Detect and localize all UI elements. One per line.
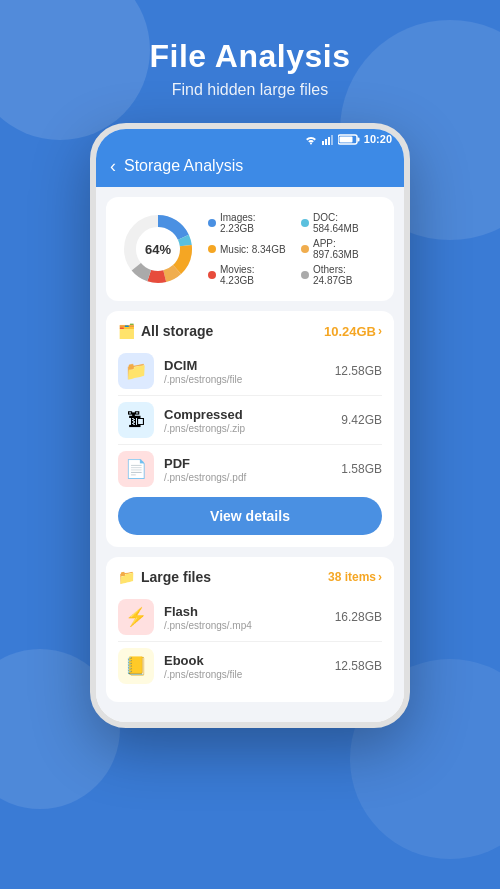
status-icons: 10:20	[304, 133, 392, 145]
file-size: 12.58GB	[335, 364, 382, 378]
large-files-count: 38 items	[328, 570, 376, 584]
all-storage-value[interactable]: 10.24GB ›	[324, 324, 382, 339]
file-info: DCIM /.pns/estrongs/file	[164, 358, 325, 385]
all-storage-size: 10.24GB	[324, 324, 376, 339]
svg-rect-3	[331, 135, 333, 145]
chart-card: 64% Images: 2.23GBDOC: 584.64MBMusic: 8.…	[106, 197, 394, 301]
file-size: 16.28GB	[335, 610, 382, 624]
file-info: Flash /.pns/estrongs/.mp4	[164, 604, 325, 631]
large-files-chevron: ›	[378, 570, 382, 584]
signal-icon	[322, 134, 334, 145]
all-storage-card: 🗂️ All storage 10.24GB › 📁 DCIM /.pns/es…	[106, 311, 394, 547]
main-content: 64% Images: 2.23GBDOC: 584.64MBMusic: 8.…	[96, 187, 404, 722]
file-size: 12.58GB	[335, 659, 382, 673]
file-row[interactable]: 📒 Ebook /.pns/estrongs/file 12.58GB	[118, 642, 382, 690]
all-storage-title: All storage	[141, 323, 213, 339]
file-icon: 📒	[118, 648, 154, 684]
top-bar-title: Storage Analysis	[124, 157, 243, 175]
file-icon: 📁	[118, 353, 154, 389]
file-path: /.pns/estrongs/file	[164, 669, 325, 680]
all-storage-files: 📁 DCIM /.pns/estrongs/file 12.58GB 🗜 Com…	[118, 347, 382, 493]
file-path: /.pns/estrongs/file	[164, 374, 325, 385]
donut-label: 64%	[145, 242, 171, 257]
page-title: File Analysis	[20, 38, 480, 75]
file-row[interactable]: 📄 PDF /.pns/estrongs/.pdf 1.58GB	[118, 445, 382, 493]
chart-legend: Images: 2.23GBDOC: 584.64MBMusic: 8.34GB…	[208, 212, 382, 286]
file-info: Compressed /.pns/estrongs/.zip	[164, 407, 331, 434]
large-files-title-row: 📁 Large files	[118, 569, 211, 585]
file-row[interactable]: 📁 DCIM /.pns/estrongs/file 12.58GB	[118, 347, 382, 396]
file-name: PDF	[164, 456, 331, 471]
svg-rect-0	[322, 141, 324, 145]
legend-item: Movies: 4.23GB	[208, 264, 289, 286]
file-icon: 🗜	[118, 402, 154, 438]
all-storage-header: 🗂️ All storage 10.24GB ›	[118, 323, 382, 339]
page-subtitle: Find hidden large files	[20, 81, 480, 99]
legend-item: Others: 24.87GB	[301, 264, 382, 286]
file-name: DCIM	[164, 358, 325, 373]
view-details-button[interactable]: View details	[118, 497, 382, 535]
svg-rect-1	[325, 139, 327, 145]
file-path: /.pns/estrongs/.pdf	[164, 472, 331, 483]
file-row[interactable]: ⚡ Flash /.pns/estrongs/.mp4 16.28GB	[118, 593, 382, 642]
file-path: /.pns/estrongs/.mp4	[164, 620, 325, 631]
legend-item: Music: 8.34GB	[208, 238, 289, 260]
wifi-icon	[304, 134, 318, 145]
back-button[interactable]: ‹	[110, 157, 116, 175]
large-files-value[interactable]: 38 items ›	[328, 570, 382, 584]
chart-section: 64% Images: 2.23GBDOC: 584.64MBMusic: 8.…	[118, 209, 382, 289]
file-row[interactable]: 🗜 Compressed /.pns/estrongs/.zip 9.42GB	[118, 396, 382, 445]
storage-folder-icon: 🗂️	[118, 323, 135, 339]
phone-frame: 10:20 ‹ Storage Analysis	[90, 123, 410, 728]
header-section: File Analysis Find hidden large files	[0, 0, 500, 123]
top-bar: ‹ Storage Analysis	[96, 149, 404, 187]
large-files-title: Large files	[141, 569, 211, 585]
svg-rect-5	[357, 137, 359, 141]
donut-chart: 64%	[118, 209, 198, 289]
legend-item: DOC: 584.64MB	[301, 212, 382, 234]
large-files-list: ⚡ Flash /.pns/estrongs/.mp4 16.28GB 📒 Eb…	[118, 593, 382, 690]
file-size: 1.58GB	[341, 462, 382, 476]
battery-icon	[338, 134, 360, 145]
large-files-folder-icon: 📁	[118, 569, 135, 585]
legend-item: Images: 2.23GB	[208, 212, 289, 234]
file-size: 9.42GB	[341, 413, 382, 427]
svg-rect-6	[339, 136, 352, 142]
svg-rect-2	[328, 137, 330, 145]
large-files-card: 📁 Large files 38 items › ⚡ Flash /.pns/e…	[106, 557, 394, 702]
file-icon: ⚡	[118, 599, 154, 635]
all-storage-title-row: 🗂️ All storage	[118, 323, 213, 339]
file-name: Compressed	[164, 407, 331, 422]
status-bar: 10:20	[96, 129, 404, 149]
file-icon: 📄	[118, 451, 154, 487]
file-path: /.pns/estrongs/.zip	[164, 423, 331, 434]
status-time: 10:20	[364, 133, 392, 145]
large-files-header: 📁 Large files 38 items ›	[118, 569, 382, 585]
file-name: Ebook	[164, 653, 325, 668]
file-name: Flash	[164, 604, 325, 619]
file-info: PDF /.pns/estrongs/.pdf	[164, 456, 331, 483]
phone-mockup: 10:20 ‹ Storage Analysis	[0, 123, 500, 728]
all-storage-chevron: ›	[378, 324, 382, 338]
file-info: Ebook /.pns/estrongs/file	[164, 653, 325, 680]
legend-item: APP: 897.63MB	[301, 238, 382, 260]
